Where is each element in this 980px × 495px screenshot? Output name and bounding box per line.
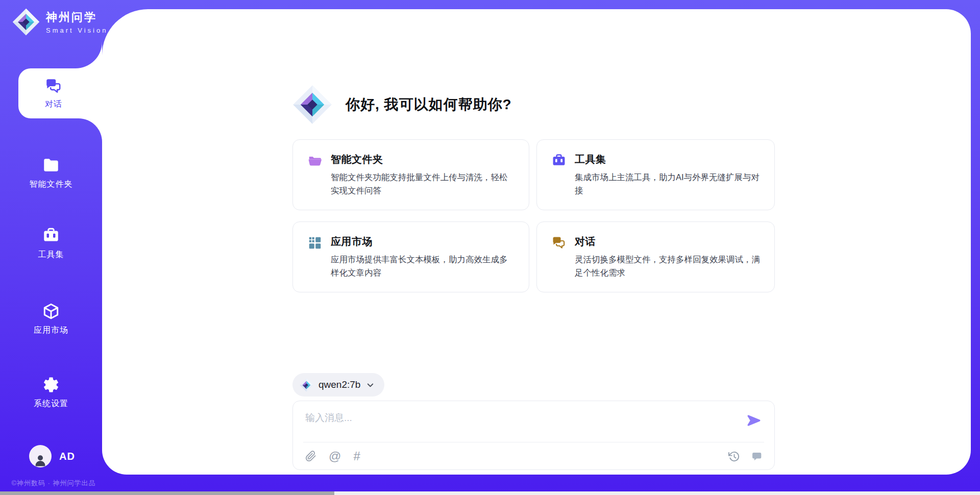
chat-bubbles-icon [44,77,63,95]
card-desc: 智能文件夹功能支持批量文件上传与清洗，轻松实现文件问答 [331,171,514,197]
chat-filled-icon[interactable] [750,451,762,462]
card-title: 应用市场 [331,235,514,249]
card-body: 应用市场 应用市场提供丰富长文本模板，助力高效生成多样化文章内容 [331,235,514,279]
folder-icon [42,156,60,175]
card-title: 工具集 [575,153,760,166]
sidebar-item-label: 对话 [45,99,62,110]
diamond-logo-icon [300,378,313,392]
message-input[interactable] [305,411,724,437]
scrollbar-thumb[interactable] [0,491,334,495]
card-desc: 应用市场提供丰富长文本模板，助力高效生成多样化文章内容 [331,253,514,279]
card-chat[interactable]: 对话 灵活切换多模型文件，支持多样回复效果调试，满足个性化需求 [536,221,775,292]
chat-bubbles-icon [551,235,567,251]
card-body: 智能文件夹 智能文件夹功能支持批量文件上传与清洗，轻松实现文件问答 [331,153,514,197]
sidebar-item-app-market[interactable]: 应用市场 [0,302,102,336]
app-root: 你好, 我可以如何帮助你? 智能文件夹 智能文件夹功能支持批量文件上传与清洗，轻… [0,0,980,495]
sidebar-item-smart-folder[interactable]: 智能文件夹 [0,156,102,190]
sidebar-footer: ©神州数码 · 神州问学出品 [0,479,107,488]
sidebar-item-chat[interactable]: 对话 [18,68,102,118]
brand: 神州问学 Smart Vision [12,8,108,36]
main-panel: 你好, 我可以如何帮助你? 智能文件夹 智能文件夹功能支持批量文件上传与清洗，轻… [102,9,971,475]
sidebar-item-toolset[interactable]: 工具集 [0,227,102,260]
at-icon[interactable]: @ [329,450,341,462]
folder-open-icon [307,153,323,168]
cube-icon [42,302,60,320]
gear-icon [42,376,60,394]
greeting-row: 你好, 我可以如何帮助你? [292,83,775,126]
diamond-logo-icon [12,8,40,36]
card-title: 智能文件夹 [331,153,514,166]
history-icon[interactable] [728,451,740,462]
diamond-logo-icon [292,83,332,126]
avatar[interactable] [29,445,52,467]
content-column: 你好, 我可以如何帮助你? 智能文件夹 智能文件夹功能支持批量文件上传与清洗，轻… [292,9,775,470]
chevron-down-icon [365,380,375,390]
composer: @ # [292,401,775,470]
send-button[interactable] [745,412,762,430]
greeting-title: 你好, 我可以如何帮助你? [346,95,512,114]
horizontal-scrollbar[interactable] [0,491,980,495]
grid-icon [307,235,323,251]
toolbox-icon [551,153,567,168]
card-body: 对话 灵活切换多模型文件，支持多样回复效果调试，满足个性化需求 [575,235,760,279]
card-toolset[interactable]: 工具集 集成市场上主流工具，助力AI与外界无缝扩展与对接 [536,139,775,210]
sidebar-item-settings[interactable]: 系统设置 [0,376,102,409]
hash-icon[interactable]: # [353,450,360,462]
brand-name: 神州问学 [46,10,108,25]
sidebar-item-label: 系统设置 [34,399,68,409]
card-body: 工具集 集成市场上主流工具，助力AI与外界无缝扩展与对接 [575,153,760,197]
card-desc: 集成市场上主流工具，助力AI与外界无缝扩展与对接 [575,171,760,197]
sidebar-item-label: 智能文件夹 [30,179,73,190]
user-row: AD [29,445,75,467]
composer-tools-left: @ # [305,450,360,462]
sidebar-item-label: 应用市场 [34,325,68,336]
send-plane-icon [745,412,762,429]
feature-cards: 智能文件夹 智能文件夹功能支持批量文件上传与清洗，轻松实现文件问答 工具集 集成… [292,139,775,292]
card-desc: 灵活切换多模型文件，支持多样回复效果调试，满足个性化需求 [575,253,760,279]
paperclip-icon[interactable] [305,451,316,462]
toolbox-icon [42,227,60,245]
card-smart-folder[interactable]: 智能文件夹 智能文件夹功能支持批量文件上传与清洗，轻松实现文件问答 [292,139,529,210]
model-name: qwen2:7b [318,379,360,390]
model-selector[interactable]: qwen2:7b [292,373,384,397]
sidebar-item-label: 工具集 [38,250,64,260]
composer-divider [303,442,764,442]
person-icon [33,452,48,467]
user-initials: AD [59,451,75,462]
card-title: 对话 [575,235,760,249]
card-app-market[interactable]: 应用市场 应用市场提供丰富长文本模板，助力高效生成多样化文章内容 [292,221,529,292]
composer-tools-right [728,451,762,462]
brand-subtitle: Smart Vision [46,27,108,34]
